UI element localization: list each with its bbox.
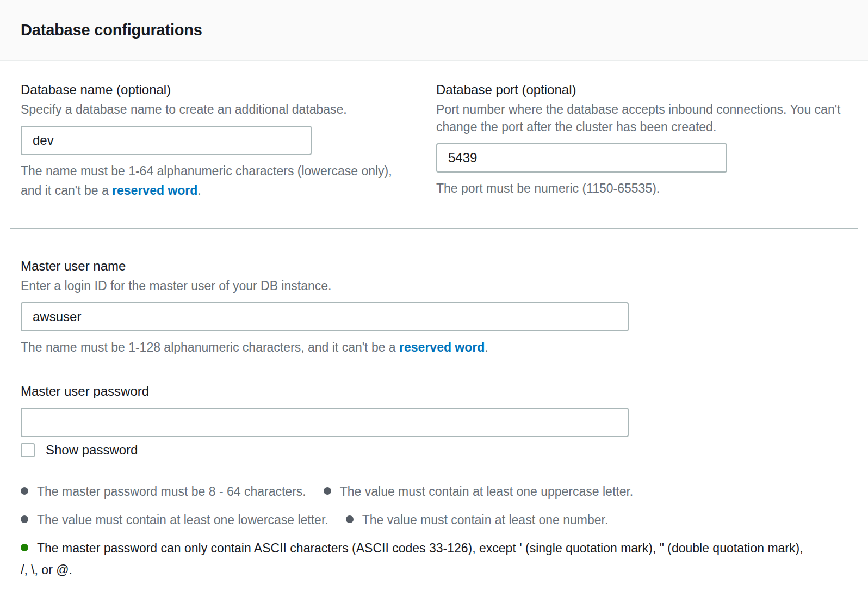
db-name-label: Database name (optional) [21,81,412,99]
master-username-input[interactable] [21,302,629,331]
requirement-item: The value must contain at least one uppe… [324,481,634,502]
bullet-icon [324,487,331,495]
bullet-icon [346,515,354,523]
page-title: Database configurations [21,21,202,39]
reserved-word-link[interactable]: reserved word [399,340,485,354]
bullet-icon [21,515,28,523]
requirement-text: The value must contain at least one numb… [362,513,609,527]
reserved-word-link[interactable]: reserved word [112,183,197,198]
requirement-text: The master password can only contain ASC… [21,541,803,577]
requirement-item: The master password must be 8 - 64 chara… [21,481,306,502]
bullet-icon-success [21,544,28,551]
show-password-checkbox[interactable] [21,443,35,457]
requirement-text: The master password must be 8 - 64 chara… [37,484,306,499]
db-name-hint: The name must be 1-64 alphanumeric chara… [21,161,408,200]
db-name-hint-text: The name must be 1-64 alphanumeric chara… [21,164,392,198]
master-password-input[interactable] [21,408,629,437]
password-requirements-list: The master password must be 8 - 64 chara… [21,481,808,581]
master-username-description: Enter a login ID for the master user of … [21,277,426,294]
requirement-item: The value must contain at least one numb… [346,509,609,531]
master-username-hint-text: The name must be 1-128 alphanumeric char… [21,340,399,354]
requirement-text: The value must contain at least one uppe… [340,484,634,499]
db-name-input[interactable] [21,126,312,155]
master-username-label: Master user name [21,257,847,275]
master-username-field: Master user name Enter a login ID for th… [21,257,847,357]
section-header: Database configurations [0,0,868,61]
show-password-label: Show password [46,442,138,458]
db-port-input[interactable] [436,143,727,173]
master-username-hint-period: . [485,340,488,354]
db-name-port-row: Database name (optional) Specify a datab… [21,81,847,200]
db-name-field: Database name (optional) Specify a datab… [21,81,412,200]
form-body: Database name (optional) Specify a datab… [0,61,868,581]
master-password-label: Master user password [21,382,847,400]
bullet-icon [21,487,28,495]
db-name-hint-period: . [197,183,201,198]
requirement-item: The value must contain at least one lowe… [21,509,328,531]
db-port-description: Port number where the database accepts i… [436,101,841,136]
db-name-description: Specify a database name to create an add… [21,101,412,118]
section-divider [10,228,858,229]
master-password-field: Master user password Show password [21,382,847,458]
show-password-row: Show password [21,442,847,458]
master-username-hint: The name must be 1-128 alphanumeric char… [21,337,673,357]
db-port-label: Database port (optional) [436,81,847,99]
db-port-field: Database port (optional) Port number whe… [436,81,847,198]
requirement-text: The value must contain at least one lowe… [37,513,328,527]
requirement-item-satisfied: The master password can only contain ASC… [21,537,808,581]
db-port-hint: The port must be numeric (1150-65535). [436,179,823,198]
